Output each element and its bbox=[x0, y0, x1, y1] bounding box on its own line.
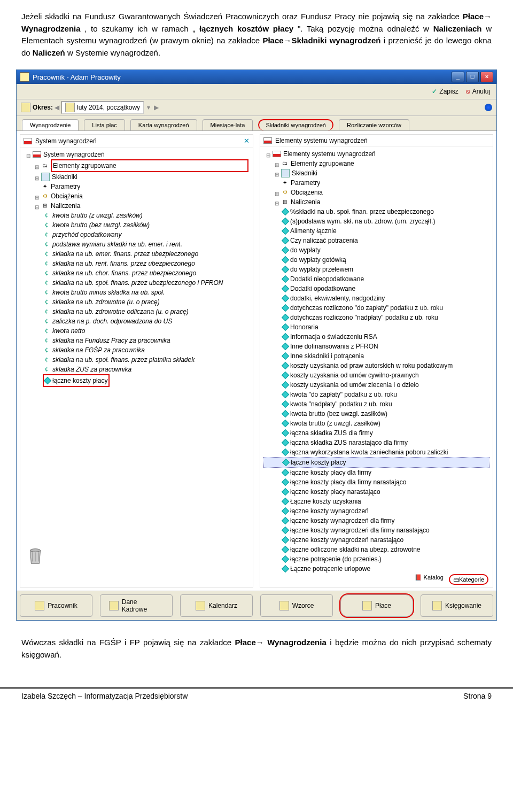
tree-item[interactable]: Honoraria bbox=[263, 322, 489, 332]
tree-item[interactable]: łączne koszty wynagrodzeń bbox=[263, 506, 489, 516]
tree-item[interactable]: ₵podstawa wymiaru składki na ub. emer. i… bbox=[24, 239, 250, 249]
period-next[interactable]: ▶ bbox=[152, 104, 160, 111]
tree-item[interactable]: łączne koszty płacy narastająco bbox=[263, 487, 489, 497]
period-dropdown[interactable]: ▾ bbox=[145, 104, 152, 111]
calc-icon: ⊞ bbox=[41, 202, 49, 210]
tab-miesiace-lata[interactable]: Miesiące-lata bbox=[203, 119, 253, 130]
tree-parametry[interactable]: Parametry bbox=[51, 182, 248, 191]
tree-item[interactable]: do wypłaty przelewem bbox=[263, 265, 489, 274]
tab-rozliczanie-wzorcow[interactable]: Rozliczanie wzorców bbox=[339, 119, 409, 130]
tree-item[interactable]: ₵kwota brutto (bez uwzgl. zasiłków) bbox=[24, 220, 250, 230]
tree-item[interactable]: Dodatki opodatkowane bbox=[263, 284, 489, 293]
tree-obciazenia[interactable]: Obciążenia bbox=[51, 191, 248, 201]
tab-lista-plac[interactable]: Lista płac bbox=[84, 119, 125, 130]
maximize-button[interactable]: □ bbox=[466, 72, 479, 82]
tree-elementy-zgrupowane[interactable]: Elementy zgrupowane bbox=[291, 159, 488, 168]
tree-item[interactable]: kwota brutto (z uwzgl. zasiłków) bbox=[263, 419, 489, 428]
tab-skladniki-wynagrodzen[interactable]: Składniki wynagrodzeń bbox=[258, 119, 333, 130]
calendar-icon[interactable] bbox=[21, 103, 30, 112]
period-prev[interactable]: ◀ bbox=[53, 104, 60, 111]
tab-wzorce[interactable]: Wzorce bbox=[260, 594, 333, 617]
tree-item[interactable]: %składki na ub. społ. finan. przez ubezp… bbox=[263, 207, 489, 216]
tree-item[interactable]: łączne koszty wynagrodzeń dla firmy nara… bbox=[263, 525, 489, 535]
tree-item[interactable]: Inne składniki i potrącenia bbox=[263, 351, 489, 361]
tree-item[interactable]: ₵kwota netto bbox=[24, 326, 250, 336]
tab-wynagrodzenie[interactable]: Wynagrodzenie bbox=[22, 119, 79, 130]
tab-dane-kadrowe[interactable]: Dane Kadrowe bbox=[100, 594, 173, 617]
minimize-button[interactable]: _ bbox=[452, 72, 464, 82]
katalog-button[interactable]: 📕 Katalog bbox=[415, 574, 444, 585]
tree-item[interactable]: ₵składka na ub. zdrowotne (u. o pracę) bbox=[24, 297, 250, 307]
kategorie-button[interactable]: 🗃 Kategorie bbox=[449, 574, 488, 585]
tree-item[interactable]: ₵składka na ub. społ. finans. przez ubez… bbox=[24, 278, 250, 288]
tree-item[interactable]: do wypłaty gotówką bbox=[263, 255, 489, 265]
tree-item[interactable]: łączne koszty wynagrodzeń dla firmy bbox=[263, 516, 489, 525]
titlebar: Pracownik - Adam Pracowity _ □ × bbox=[17, 70, 496, 84]
tree-item[interactable]: łączne koszty wynagrodzeń narastająco bbox=[263, 535, 489, 545]
tree-item[interactable]: łączne koszty płacy dla firmy bbox=[263, 468, 489, 477]
tab-pracownik[interactable]: Pracownik bbox=[20, 594, 92, 617]
tree-item[interactable]: do wypłaty bbox=[263, 245, 489, 255]
tree-item[interactable]: łączna wykorzystana kwota zaniechania po… bbox=[263, 447, 489, 457]
tree-item[interactable]: kwota "nadpłaty" podatku z ub. roku bbox=[263, 399, 489, 409]
tree-item[interactable]: kwota "do zapłaty" podatku z ub. roku bbox=[263, 390, 489, 399]
flag-icon bbox=[263, 137, 272, 144]
tree-item[interactable]: Łączne potrącenie urlopowe bbox=[263, 564, 489, 574]
tree-naliczenia[interactable]: Naliczenia bbox=[51, 201, 248, 211]
tree-root[interactable]: Elementy systemu wynagrodzeń bbox=[283, 149, 488, 159]
close-button[interactable]: × bbox=[480, 72, 493, 82]
tree-parametry[interactable]: Parametry bbox=[291, 178, 488, 188]
tree-item[interactable]: dotychczas rozliczono "do zapłaty" podat… bbox=[263, 303, 489, 313]
tree-item[interactable]: dodatki, ekwiwalenty, nadgodziny bbox=[263, 293, 489, 303]
trash-icon[interactable] bbox=[27, 545, 44, 566]
period-value[interactable]: luty 2014, początkowy bbox=[61, 101, 144, 114]
tree-item[interactable]: ₵składka na Fundusz Pracy za pracownika bbox=[24, 336, 250, 345]
tree-item[interactable]: (s)podstawa wym. skł. na ub. zdrow. (um.… bbox=[263, 216, 489, 226]
tree-item[interactable]: ₵składka na ub. zdrowotne odliczana (u. … bbox=[24, 307, 250, 316]
tree-item[interactable]: łączne potrącenie (do przenies.) bbox=[263, 554, 489, 564]
tab-karta-wynagrodzen[interactable]: Karta wynagrodzeń bbox=[130, 119, 197, 130]
tools-icon[interactable]: ✕ bbox=[244, 137, 250, 145]
save-button[interactable]: ✓ Zapisz bbox=[430, 87, 460, 96]
tree-item[interactable]: ₵składka na ub. chor. finans. przez ubez… bbox=[24, 268, 250, 278]
help-icon[interactable] bbox=[485, 104, 492, 111]
tab-ksiegowanie[interactable]: Księgowanie bbox=[421, 594, 493, 617]
tree-item[interactable]: łączne koszty płacy dla firmy narastając… bbox=[263, 477, 489, 487]
tab-place[interactable]: Płace bbox=[340, 594, 413, 617]
tree-item[interactable]: Dodatki nieopodatkowane bbox=[263, 274, 489, 284]
tree-naliczenia[interactable]: Naliczenia bbox=[291, 197, 488, 207]
tree-item[interactable]: łączne koszty płacy bbox=[24, 374, 250, 387]
tree-root[interactable]: System wynagrodzeń bbox=[43, 150, 248, 159]
tree-skladniki[interactable]: Składniki bbox=[52, 172, 248, 182]
cancel-button[interactable]: ⦸ Anuluj bbox=[464, 87, 492, 96]
tree-item[interactable]: koszty uzyskania od praw autorskich w ro… bbox=[263, 361, 489, 370]
tree-item[interactable]: ₵składka na ub. rent. finans. przez ubez… bbox=[24, 259, 250, 268]
content-area: System wynagrodzeń ✕ ⊟System wynagrodzeń… bbox=[17, 131, 496, 591]
tree-elementy-zgrupowane[interactable]: Elementy zgrupowane bbox=[51, 159, 248, 172]
tree-skladniki[interactable]: Składniki bbox=[292, 168, 488, 178]
tree-item[interactable]: koszty uzyskania od umów zlecenia i o dz… bbox=[263, 380, 489, 390]
tree-item[interactable]: ₵kwota brutto (z uwzgl. zasiłków) bbox=[24, 211, 250, 220]
tree-item[interactable]: dotychczas rozliczono "nadpłaty" podatku… bbox=[263, 313, 489, 322]
tree-item[interactable]: łączne odliczone składki na ubezp. zdrow… bbox=[263, 545, 489, 554]
tree-item[interactable]: kwota brutto (bez uwzgl. zasiłków) bbox=[263, 409, 489, 419]
tree-item[interactable]: ₵składka na ub. społ. finans. przez płat… bbox=[24, 355, 250, 365]
tree-item[interactable]: łączna składka ZUS narastająco dla firmy bbox=[263, 438, 489, 447]
tree-item[interactable]: Inne dofinansowania z PFRON bbox=[263, 342, 489, 351]
tree-item[interactable]: Czy naliczać potracenia bbox=[263, 236, 489, 245]
tree-item[interactable]: ₵składka ZUS za pracownika bbox=[24, 365, 250, 374]
tree-obciazenia[interactable]: Obciążenia bbox=[291, 188, 488, 197]
tree-item[interactable]: koszty uzyskania od umów cywilno-prawnyc… bbox=[263, 370, 489, 380]
tree-item[interactable]: ₵składka na FGŚP za pracownika bbox=[24, 345, 250, 355]
tree-item[interactable]: ₵składka na ub. emer. finans. przez ubez… bbox=[24, 249, 250, 259]
tree-item[interactable]: ₵przychód opodatkowany bbox=[24, 230, 250, 239]
tree-item[interactable]: łączne koszty płacy bbox=[263, 457, 489, 468]
tab-kalendarz[interactable]: Kalendarz bbox=[180, 594, 253, 617]
tree-item[interactable]: ₵zaliczka na p. doch. odprowadzona do US bbox=[24, 316, 250, 326]
tree-item[interactable]: Łączne koszty uzyskania bbox=[263, 497, 489, 506]
tree-item[interactable]: Alimenty łącznie bbox=[263, 226, 489, 236]
tree-item[interactable]: Informacja o świadczeniu RSA bbox=[263, 332, 489, 342]
tree-item[interactable]: łączna składka ZUS dla firmy bbox=[263, 428, 489, 438]
tree-item[interactable]: ₵kwota brutto minus składka na ub. społ. bbox=[24, 288, 250, 297]
cash-icon: ₵ bbox=[43, 318, 50, 325]
